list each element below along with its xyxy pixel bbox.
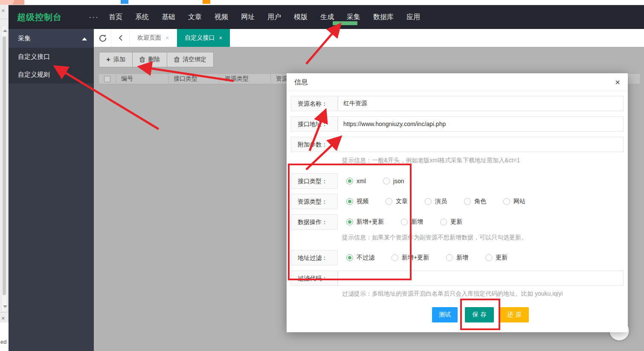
radio-video[interactable]: 视频 <box>346 198 368 205</box>
nav-more-icon[interactable]: ··· <box>85 13 102 22</box>
hint-extra-params: 提示信息：一般&开头，例如老版xml格式采集下载地址需加入&ct=1 <box>342 157 520 164</box>
radio-filter-add-update[interactable]: 新增+更新 <box>392 254 429 262</box>
nav-item-generate[interactable]: 生成 <box>314 5 340 29</box>
chevron-left-icon <box>118 35 124 41</box>
scroll-up-icon[interactable] <box>3 29 7 32</box>
tabbar: 欢迎页面 × 自定义接口 × <box>94 29 644 47</box>
extra-params-input[interactable] <box>338 137 624 152</box>
radio-no-filter[interactable]: 不过滤 <box>346 254 374 262</box>
nav-item-user[interactable]: 用户 <box>261 5 287 29</box>
column-header-interface-type[interactable]: 接口类型 <box>168 73 220 84</box>
radio-icon <box>346 198 353 205</box>
radio-icon <box>485 254 492 261</box>
plus-icon: + <box>106 55 110 64</box>
radio-icon <box>346 254 353 261</box>
nav-item-video[interactable]: 视频 <box>208 5 235 29</box>
sidebar-items: 自定义接口 自定义规则 <box>9 48 94 83</box>
background-window-white-area <box>0 322 9 351</box>
test-button[interactable]: 测试 <box>432 307 458 322</box>
hint-filter-code: 过滤提示：多组地址的资源开启白名单后只会入库指定代码的地址。比如 youku,i… <box>342 290 563 298</box>
resource-type-radios: 视频 文章 演员 角色 网站 <box>346 194 525 209</box>
tab-close-icon[interactable]: × <box>219 35 222 41</box>
radio-icon <box>503 198 510 205</box>
save-button[interactable]: 保存 <box>465 307 494 322</box>
radio-label: 新增+更新 <box>402 254 429 262</box>
clear-binding-button[interactable]: 清空绑定 <box>167 52 214 67</box>
interface-type-label: 接口类型： <box>291 173 338 189</box>
top-navbar: 超级控制台 ··· 首页 系统 基础 文章 视频 网址 用户 模版 生成 采集 … <box>9 5 644 29</box>
field-resource-name: 资源名称： <box>291 96 624 111</box>
app-logo[interactable]: 超级控制台 <box>9 12 85 23</box>
tab-scroll-left-button[interactable] <box>112 29 130 47</box>
refresh-button[interactable] <box>94 29 112 47</box>
modal-buttons: 测试 保存 还原 <box>432 307 529 322</box>
radio-label: 文章 <box>396 198 408 205</box>
nav-item-basic[interactable]: 基础 <box>155 5 182 29</box>
add-button[interactable]: + 添加 <box>99 52 133 67</box>
resource-name-input[interactable] <box>338 96 624 111</box>
radio-filter-add[interactable]: 新增 <box>446 254 468 262</box>
radio-icon <box>401 219 408 225</box>
api-url-input[interactable] <box>338 116 624 132</box>
caret-up-icon <box>82 37 87 40</box>
select-all-checkbox[interactable] <box>104 76 110 82</box>
restore-button[interactable]: 还原 <box>500 307 529 322</box>
nav-item-app[interactable]: 应用 <box>400 5 426 29</box>
field-interface-type: 接口类型： xml json <box>291 173 624 189</box>
radio-label: json <box>393 178 404 184</box>
add-button-label: 添加 <box>113 56 125 63</box>
top-window-sliver <box>9 0 644 5</box>
radio-label: 角色 <box>474 198 486 205</box>
tab-close-icon[interactable]: × <box>165 35 169 41</box>
vertical-scrollbar[interactable] <box>1 26 7 312</box>
field-extra-params: 附加参数： <box>291 137 624 152</box>
scrollbar-thumb[interactable] <box>3 36 6 295</box>
radio-label: 视频 <box>357 198 368 205</box>
nav-item-system[interactable]: 系统 <box>129 5 155 29</box>
radio-icon <box>346 219 353 225</box>
field-address-filter: 地址过滤： 不过滤 新增+更新 新增 更新 <box>291 250 624 265</box>
sidebar-section-collect[interactable]: 采集 <box>9 29 94 48</box>
address-filter-label: 地址过滤： <box>291 250 338 265</box>
refresh-icon <box>99 34 107 42</box>
modal-close-icon[interactable]: × <box>613 73 622 91</box>
field-data-operation: 数据操作： 新增+更新 新增 更新 <box>291 214 624 230</box>
radio-label: xml <box>357 178 366 184</box>
background-window-strip: × × ed <box>0 0 9 351</box>
radio-xml[interactable]: xml <box>346 178 366 184</box>
radio-actor[interactable]: 演员 <box>425 198 447 205</box>
radio-role[interactable]: 角色 <box>464 198 486 205</box>
clear-binding-button-label: 清空绑定 <box>183 56 206 63</box>
modal-title: 信息 <box>294 78 308 86</box>
radio-article[interactable]: 文章 <box>386 198 408 205</box>
radio-update[interactable]: 更新 <box>440 218 462 226</box>
hint-data-operation: 提示信息：如果某个资源作为副资源不想新增数据，可以只勾选更新。 <box>342 234 527 242</box>
sidebar-item-custom-rule[interactable]: 自定义规则 <box>9 66 94 83</box>
sidebar-item-custom-interface[interactable]: 自定义接口 <box>9 48 94 66</box>
radio-label: 演员 <box>435 198 447 205</box>
tab-welcome[interactable]: 欢迎页面 × <box>130 29 177 47</box>
nav-item-collect[interactable]: 采集 <box>340 5 367 29</box>
tab-custom-interface[interactable]: 自定义接口 × <box>177 29 230 47</box>
radio-add[interactable]: 新增 <box>401 218 423 226</box>
close-icon[interactable]: × <box>1 7 5 14</box>
radio-label: 网站 <box>513 198 525 205</box>
nav-item-database[interactable]: 数据库 <box>367 5 400 29</box>
column-header-resource-type[interactable]: 资源类型 <box>220 73 271 84</box>
nav-item-url[interactable]: 网址 <box>235 5 261 29</box>
radio-filter-update[interactable]: 更新 <box>485 254 508 262</box>
extra-params-label: 附加参数： <box>291 137 338 152</box>
radio-website[interactable]: 网站 <box>503 198 525 205</box>
column-header-number[interactable]: 编号 <box>116 73 168 84</box>
nav-item-article[interactable]: 文章 <box>182 5 208 29</box>
radio-add-update[interactable]: 新增+更新 <box>346 218 384 226</box>
close-icon[interactable]: × <box>1 315 5 321</box>
scroll-down-icon[interactable] <box>3 305 7 308</box>
nav-item-template[interactable]: 模版 <box>287 5 314 29</box>
radio-json[interactable]: json <box>383 178 404 184</box>
filter-code-input[interactable] <box>338 270 624 286</box>
nav-item-home[interactable]: 首页 <box>102 5 129 29</box>
delete-button[interactable]: 删除 <box>133 52 167 67</box>
trash-icon <box>174 57 180 63</box>
modal-title-bar: 信息 × <box>287 73 628 91</box>
